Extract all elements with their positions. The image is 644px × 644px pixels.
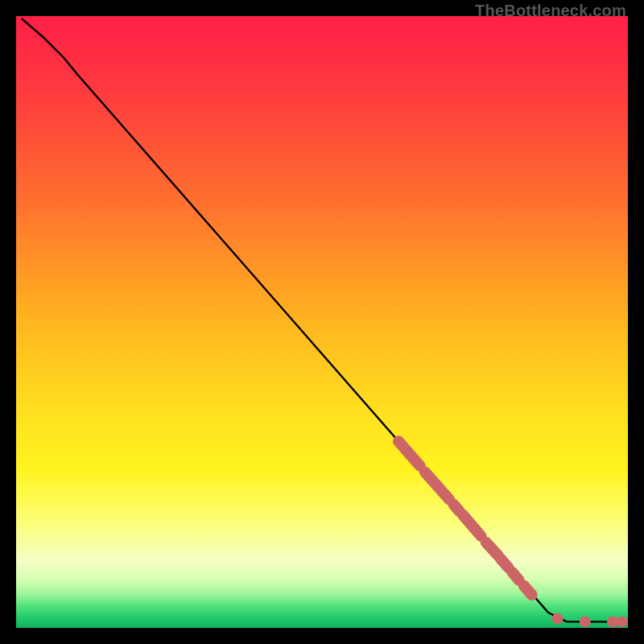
plot-area (16, 16, 628, 628)
attribution-text: TheBottleneck.com (475, 2, 626, 20)
highlight-dot (616, 616, 627, 627)
highlight-dot (552, 613, 564, 625)
chart-svg (16, 16, 628, 628)
highlight-segment (501, 559, 509, 568)
chart-frame: TheBottleneck.com (0, 0, 644, 644)
highlight-segment (524, 586, 532, 595)
highlight-dot (580, 616, 591, 627)
highlight-segment (512, 572, 518, 580)
highlight-segment (453, 504, 460, 511)
